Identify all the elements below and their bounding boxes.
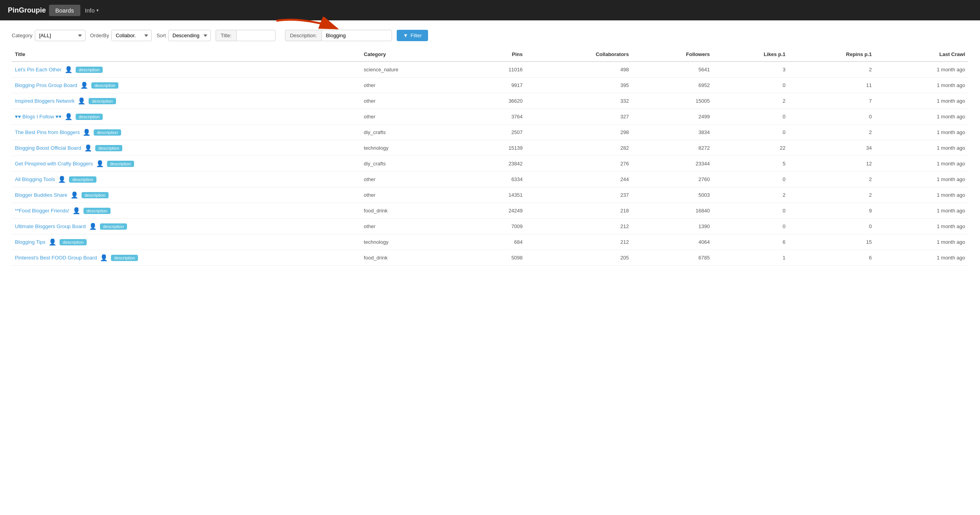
desc-badge-12[interactable]: description xyxy=(111,255,138,261)
desc-badge-7[interactable]: description xyxy=(69,176,96,183)
desc-badge-1[interactable]: description xyxy=(91,82,118,89)
cell-repins-3: 0 xyxy=(789,109,875,125)
desc-badge-2[interactable]: description xyxy=(89,98,116,104)
cell-pins-0: 11016 xyxy=(471,62,526,78)
desc-badge-4[interactable]: description xyxy=(94,129,121,136)
cell-title-5: Blogging Boost Official Board 👤 descript… xyxy=(12,140,361,156)
description-filter-group: Description: xyxy=(285,30,392,41)
cell-followers-8: 5003 xyxy=(632,187,713,203)
cell-likes-9: 0 xyxy=(713,203,789,219)
cell-category-6: diy_crafts xyxy=(361,156,471,172)
desc-badge-9[interactable]: description xyxy=(83,208,111,214)
cell-followers-7: 2760 xyxy=(632,172,713,187)
cell-category-3: other xyxy=(361,109,471,125)
board-link-5[interactable]: Blogging Boost Official Board xyxy=(15,145,81,151)
user-icon-8: 👤 xyxy=(71,191,78,199)
description-input[interactable] xyxy=(321,30,392,41)
cell-pins-3: 3764 xyxy=(471,109,526,125)
cell-lastcrawl-5: 1 month ago xyxy=(875,140,968,156)
col-header-pins: Pins xyxy=(471,47,526,62)
user-icon-5: 👤 xyxy=(84,144,92,152)
board-link-2[interactable]: Inspired Bloggers Network xyxy=(15,98,74,104)
user-icon-7: 👤 xyxy=(58,176,66,183)
cell-pins-5: 15139 xyxy=(471,140,526,156)
cell-collaborators-12: 205 xyxy=(526,250,632,266)
nav-tab-boards[interactable]: Boards xyxy=(49,5,80,16)
cell-likes-6: 5 xyxy=(713,156,789,172)
desc-badge-0[interactable]: description xyxy=(76,67,103,73)
filter-button[interactable]: ▼ Filter xyxy=(397,30,428,41)
cell-lastcrawl-6: 1 month ago xyxy=(875,156,968,172)
cell-category-12: food_drink xyxy=(361,250,471,266)
cell-repins-0: 2 xyxy=(789,62,875,78)
category-select[interactable]: [ALL] art design diy_crafts education fo… xyxy=(35,30,85,41)
board-link-4[interactable]: The Best Pins from Bloggers xyxy=(15,129,80,135)
filter-icon: ▼ xyxy=(403,33,408,38)
cell-repins-10: 0 xyxy=(789,219,875,234)
cell-followers-10: 1390 xyxy=(632,219,713,234)
board-link-11[interactable]: Blogging Tips xyxy=(15,239,45,245)
cell-collaborators-11: 212 xyxy=(526,234,632,250)
sort-select[interactable]: Descending Ascending xyxy=(168,30,211,41)
cell-likes-3: 0 xyxy=(713,109,789,125)
table-row: Blogging Pros Group Board 👤 description … xyxy=(12,78,968,93)
cell-title-0: Let's Pin Each Other 👤 description xyxy=(12,62,361,78)
board-link-10[interactable]: Ultimate Bloggers Group Board xyxy=(15,223,86,229)
cell-lastcrawl-3: 1 month ago xyxy=(875,109,968,125)
title-input[interactable] xyxy=(236,30,276,41)
brand-logo: PinGroupie xyxy=(8,6,46,15)
cell-followers-6: 23344 xyxy=(632,156,713,172)
cell-repins-11: 15 xyxy=(789,234,875,250)
category-label: Category xyxy=(12,33,33,38)
cell-followers-12: 6785 xyxy=(632,250,713,266)
desc-badge-6[interactable]: description xyxy=(107,161,134,167)
cell-collaborators-10: 212 xyxy=(526,219,632,234)
board-link-0[interactable]: Let's Pin Each Other xyxy=(15,67,62,73)
description-filter-label: Description: xyxy=(285,30,322,41)
desc-badge-3[interactable]: description xyxy=(76,114,103,120)
cell-repins-4: 2 xyxy=(789,125,875,140)
cell-repins-2: 7 xyxy=(789,93,875,109)
cell-repins-9: 9 xyxy=(789,203,875,219)
table-row: Blogger Buddies Share 👤 description othe… xyxy=(12,187,968,203)
cell-lastcrawl-7: 1 month ago xyxy=(875,172,968,187)
cell-repins-6: 12 xyxy=(789,156,875,172)
col-header-collaborators: Collaborators xyxy=(526,47,632,62)
desc-badge-11[interactable]: description xyxy=(60,239,87,245)
cell-lastcrawl-12: 1 month ago xyxy=(875,250,968,266)
board-link-6[interactable]: Get Pinspired with Crafty Bloggers xyxy=(15,161,93,167)
cell-repins-1: 11 xyxy=(789,78,875,93)
board-link-7[interactable]: All Blogging Tools xyxy=(15,176,55,182)
table-row: Inspired Bloggers Network 👤 description … xyxy=(12,93,968,109)
table-row: ♥♥ Blogs I Follow ♥♥ 👤 description other… xyxy=(12,109,968,125)
orderby-select[interactable]: Collabor. Followers Pins Likes p.1 Repin… xyxy=(111,30,152,41)
cell-pins-8: 14351 xyxy=(471,187,526,203)
col-header-repins: Repins p.1 xyxy=(789,47,875,62)
cell-pins-2: 36620 xyxy=(471,93,526,109)
board-link-12[interactable]: Pinterest's Best FOOD Group Board xyxy=(15,255,97,261)
sort-group: Sort Descending Ascending xyxy=(156,30,211,41)
cell-followers-0: 5641 xyxy=(632,62,713,78)
board-link-3[interactable]: ♥♥ Blogs I Follow ♥♥ xyxy=(15,114,62,120)
cell-title-11: Blogging Tips 👤 description xyxy=(12,234,361,250)
chevron-down-icon: ▾ xyxy=(96,8,99,13)
board-link-9[interactable]: **Food Blogger Friends! xyxy=(15,208,69,214)
desc-badge-8[interactable]: description xyxy=(82,192,109,198)
cell-title-4: The Best Pins from Bloggers 👤 descriptio… xyxy=(12,125,361,140)
board-link-8[interactable]: Blogger Buddies Share xyxy=(15,192,67,198)
desc-badge-10[interactable]: description xyxy=(100,223,127,230)
cell-title-2: Inspired Bloggers Network 👤 description xyxy=(12,93,361,109)
cell-category-9: food_drink xyxy=(361,203,471,219)
board-link-1[interactable]: Blogging Pros Group Board xyxy=(15,82,77,88)
nav-tab-info[interactable]: Info ▾ xyxy=(80,5,103,16)
col-header-title: Title xyxy=(12,47,361,62)
table-row: Blogging Boost Official Board 👤 descript… xyxy=(12,140,968,156)
cell-lastcrawl-4: 1 month ago xyxy=(875,125,968,140)
user-icon-6: 👤 xyxy=(96,160,104,167)
cell-likes-11: 6 xyxy=(713,234,789,250)
cell-category-11: technology xyxy=(361,234,471,250)
user-icon-1: 👤 xyxy=(80,82,88,89)
desc-badge-5[interactable]: description xyxy=(95,145,122,151)
user-icon-10: 👤 xyxy=(89,223,97,230)
results-table-container: Title Category Pins Collaborators Follow… xyxy=(0,47,980,277)
